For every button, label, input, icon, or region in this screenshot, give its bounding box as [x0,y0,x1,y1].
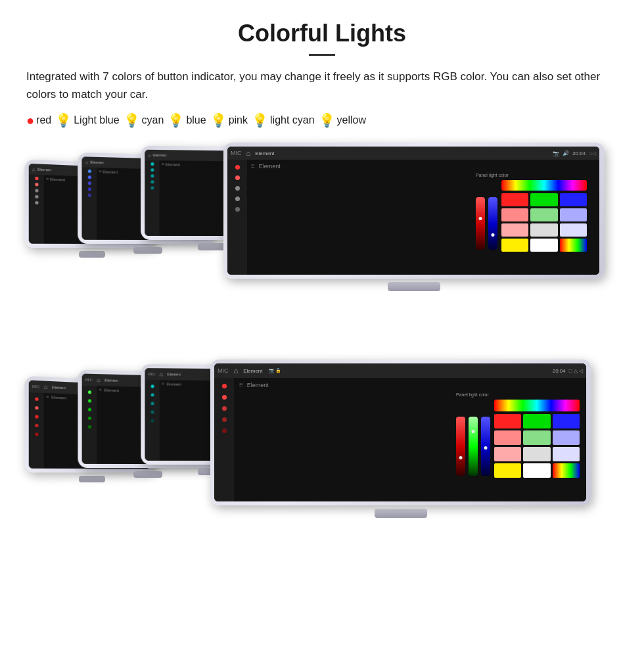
device-row-1: ⌂ Elemen [26,143,618,340]
color-label-lightcyan: light cyan [270,114,315,126]
color-item-yellow: 💡 yellow [319,112,366,128]
color-label-pink: pink [229,114,248,126]
color-item-blue: 💡 blue [168,112,206,128]
color-item-lightcyan: 💡 light cyan [252,112,315,128]
color-item-lightblue: 💡 Light blue [55,112,119,128]
device-4-main: MIC ⌂ Element 📷 🔊 20:04 □◁ [210,143,618,291]
color-list: ● red 💡 Light blue 💡 cyan 💡 blue 💡 pink … [26,112,618,128]
page-wrapper: Colorful Lights Integrated with 7 colors… [0,0,644,590]
device-r2-4-main: MIC ⌂ Element 📷 🔒 20:04 □ △ ◁ [210,359,591,518]
bulb-icon-lightcyan: 💡 [252,112,268,128]
color-label-lightblue: Light blue [74,114,119,126]
bulb-icon-blue: 💡 [168,112,184,128]
color-item-red: ● red [26,113,51,128]
color-label-yellow: yellow [337,114,366,126]
bulb-icon-lightblue: 💡 [55,112,72,128]
color-label-blue: blue [186,114,206,126]
description-text: Integrated with 7 colors of button indic… [26,68,618,103]
color-item-pink: 💡 pink [210,112,248,128]
device-row-2: MIC ⌂ Elemen [26,359,618,570]
bulb-icon-cyan: 💡 [124,112,140,128]
title-divider [309,54,335,56]
bulb-icon-yellow: 💡 [319,112,335,128]
bulb-icon-pink: 💡 [210,112,227,128]
color-label-cyan: cyan [142,114,164,126]
bulb-icon-red: ● [26,113,34,128]
page-title: Colorful Lights [26,20,618,47]
color-item-cyan: 💡 cyan [124,112,164,128]
color-label-red: red [36,114,51,126]
